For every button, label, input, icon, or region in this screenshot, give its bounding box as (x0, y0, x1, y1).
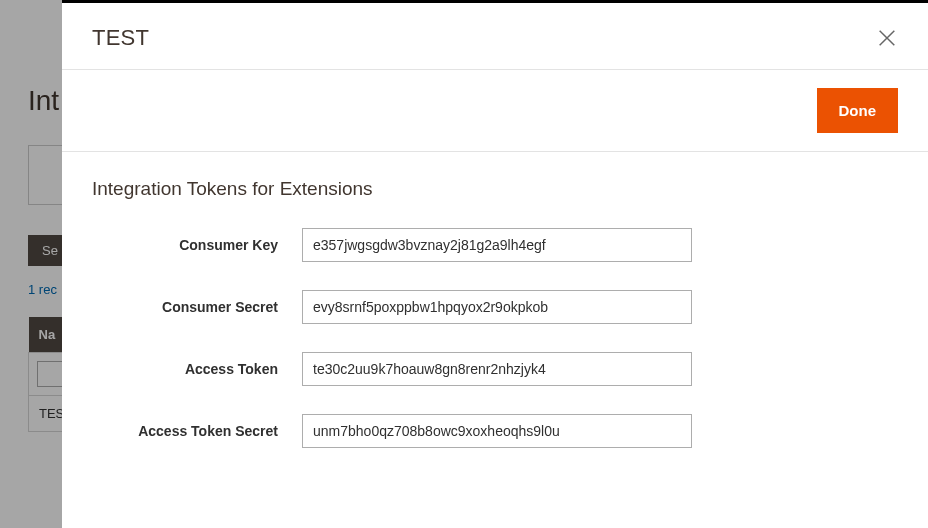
input-consumer-key[interactable] (302, 228, 692, 262)
modal-body: Integration Tokens for Extensions Consum… (62, 152, 928, 502)
modal-title: TEST (92, 25, 149, 51)
action-bar: Done (62, 69, 928, 152)
tokens-modal: TEST Done Integration Tokens for Extensi… (62, 0, 928, 528)
section-title: Integration Tokens for Extensions (92, 178, 898, 200)
modal-header: TEST (62, 3, 928, 69)
field-consumer-secret: Consumer Secret (92, 290, 898, 324)
label-access-token-secret: Access Token Secret (92, 423, 302, 439)
done-button[interactable]: Done (817, 88, 899, 133)
close-icon[interactable] (876, 27, 898, 49)
label-access-token: Access Token (92, 361, 302, 377)
label-consumer-key: Consumer Key (92, 237, 302, 253)
label-consumer-secret: Consumer Secret (92, 299, 302, 315)
input-consumer-secret[interactable] (302, 290, 692, 324)
input-access-token-secret[interactable] (302, 414, 692, 448)
field-consumer-key: Consumer Key (92, 228, 898, 262)
field-access-token-secret: Access Token Secret (92, 414, 898, 448)
field-access-token: Access Token (92, 352, 898, 386)
input-access-token[interactable] (302, 352, 692, 386)
